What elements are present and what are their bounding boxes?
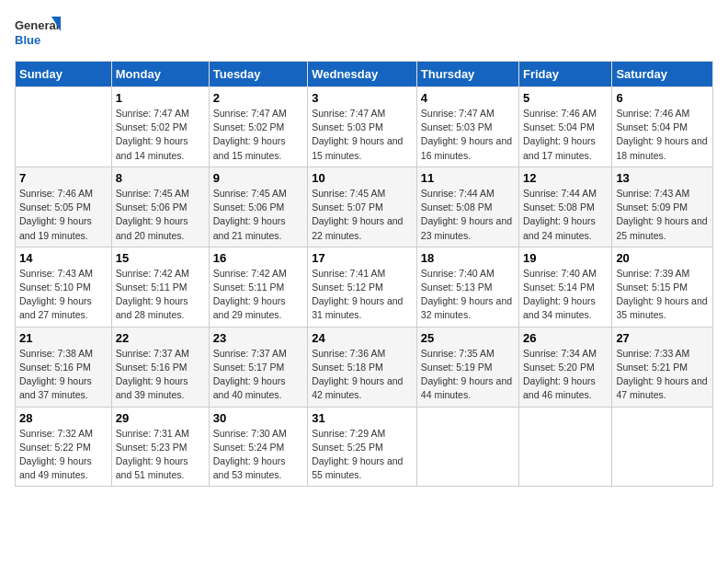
day-number: 18 [421,251,515,265]
day-info: Sunrise: 7:46 AMSunset: 5:04 PMDaylight:… [523,108,597,161]
day-number: 16 [213,251,303,265]
logo: General Blue [15,15,61,53]
calendar-cell: 14 Sunrise: 7:43 AMSunset: 5:10 PMDaylig… [16,247,112,327]
day-number: 24 [312,331,413,345]
day-info: Sunrise: 7:45 AMSunset: 5:07 PMDaylight:… [312,188,403,241]
day-number: 10 [312,171,413,185]
day-info: Sunrise: 7:46 AMSunset: 5:05 PMDaylight:… [19,188,93,241]
calendar-cell: 5 Sunrise: 7:46 AMSunset: 5:04 PMDayligh… [519,87,612,167]
header-day: Saturday [612,62,713,87]
day-info: Sunrise: 7:43 AMSunset: 5:10 PMDaylight:… [19,268,93,321]
day-number: 27 [616,331,709,345]
header: General Blue [15,15,713,53]
header-day: Friday [519,62,612,87]
header-day: Thursday [416,62,518,87]
calendar-week-row: 21 Sunrise: 7:38 AMSunset: 5:16 PMDaylig… [16,327,713,407]
day-info: Sunrise: 7:40 AMSunset: 5:13 PMDaylight:… [421,268,512,321]
day-number: 2 [213,91,303,105]
day-number: 3 [312,91,413,105]
calendar-week-row: 14 Sunrise: 7:43 AMSunset: 5:10 PMDaylig… [16,247,713,327]
day-number: 17 [312,251,413,265]
day-number: 15 [116,251,205,265]
calendar-cell: 30 Sunrise: 7:30 AMSunset: 5:24 PMDaylig… [209,407,307,487]
calendar-cell: 11 Sunrise: 7:44 AMSunset: 5:08 PMDaylig… [416,167,518,247]
calendar-cell: 1 Sunrise: 7:47 AMSunset: 5:02 PMDayligh… [111,87,209,167]
day-number: 1 [116,91,205,105]
day-info: Sunrise: 7:47 AMSunset: 5:03 PMDaylight:… [421,108,512,161]
day-number: 13 [616,171,709,185]
calendar-cell: 2 Sunrise: 7:47 AMSunset: 5:02 PMDayligh… [209,87,307,167]
day-number: 23 [213,331,303,345]
logo-svg: General Blue [15,15,61,53]
day-number: 6 [616,91,709,105]
calendar-cell [16,87,112,167]
calendar-cell: 12 Sunrise: 7:44 AMSunset: 5:08 PMDaylig… [519,167,612,247]
calendar-cell: 25 Sunrise: 7:35 AMSunset: 5:19 PMDaylig… [416,327,518,407]
day-number: 25 [421,331,515,345]
day-info: Sunrise: 7:44 AMSunset: 5:08 PMDaylight:… [523,188,597,241]
day-number: 12 [523,171,608,185]
day-info: Sunrise: 7:33 AMSunset: 5:21 PMDaylight:… [616,348,707,401]
day-info: Sunrise: 7:35 AMSunset: 5:19 PMDaylight:… [421,348,512,401]
calendar-cell: 24 Sunrise: 7:36 AMSunset: 5:18 PMDaylig… [308,327,417,407]
svg-text:Blue: Blue [15,33,40,47]
day-info: Sunrise: 7:29 AMSunset: 5:25 PMDaylight:… [312,428,403,481]
day-info: Sunrise: 7:42 AMSunset: 5:11 PMDaylight:… [116,268,189,321]
calendar-cell: 28 Sunrise: 7:32 AMSunset: 5:22 PMDaylig… [16,407,112,487]
calendar-cell: 17 Sunrise: 7:41 AMSunset: 5:12 PMDaylig… [308,247,417,327]
day-info: Sunrise: 7:45 AMSunset: 5:06 PMDaylight:… [213,188,287,241]
day-info: Sunrise: 7:38 AMSunset: 5:16 PMDaylight:… [19,348,93,401]
day-number: 4 [421,91,515,105]
day-number: 14 [19,251,108,265]
day-info: Sunrise: 7:32 AMSunset: 5:22 PMDaylight:… [19,428,93,481]
calendar-cell: 8 Sunrise: 7:45 AMSunset: 5:06 PMDayligh… [111,167,209,247]
calendar-cell: 10 Sunrise: 7:45 AMSunset: 5:07 PMDaylig… [308,167,417,247]
day-info: Sunrise: 7:47 AMSunset: 5:03 PMDaylight:… [312,108,403,161]
day-number: 21 [19,331,108,345]
day-number: 19 [523,251,608,265]
day-info: Sunrise: 7:47 AMSunset: 5:02 PMDaylight:… [116,108,189,161]
calendar-cell: 26 Sunrise: 7:34 AMSunset: 5:20 PMDaylig… [519,327,612,407]
day-number: 7 [19,171,108,185]
day-info: Sunrise: 7:30 AMSunset: 5:24 PMDaylight:… [213,428,287,481]
day-info: Sunrise: 7:43 AMSunset: 5:09 PMDaylight:… [616,188,707,241]
day-info: Sunrise: 7:31 AMSunset: 5:23 PMDaylight:… [116,428,189,481]
day-number: 9 [213,171,303,185]
calendar-cell: 6 Sunrise: 7:46 AMSunset: 5:04 PMDayligh… [612,87,713,167]
calendar-cell: 27 Sunrise: 7:33 AMSunset: 5:21 PMDaylig… [612,327,713,407]
day-info: Sunrise: 7:34 AMSunset: 5:20 PMDaylight:… [523,348,597,401]
calendar-week-row: 28 Sunrise: 7:32 AMSunset: 5:22 PMDaylig… [16,407,713,487]
day-number: 28 [19,411,108,425]
day-info: Sunrise: 7:36 AMSunset: 5:18 PMDaylight:… [312,348,403,401]
calendar-cell: 18 Sunrise: 7:40 AMSunset: 5:13 PMDaylig… [416,247,518,327]
calendar-cell: 16 Sunrise: 7:42 AMSunset: 5:11 PMDaylig… [209,247,307,327]
day-info: Sunrise: 7:45 AMSunset: 5:06 PMDaylight:… [116,188,189,241]
day-info: Sunrise: 7:40 AMSunset: 5:14 PMDaylight:… [523,268,597,321]
calendar-cell: 19 Sunrise: 7:40 AMSunset: 5:14 PMDaylig… [519,247,612,327]
day-info: Sunrise: 7:39 AMSunset: 5:15 PMDaylight:… [616,268,707,321]
calendar-cell: 31 Sunrise: 7:29 AMSunset: 5:25 PMDaylig… [308,407,417,487]
svg-text:General: General [15,18,59,32]
calendar-cell: 15 Sunrise: 7:42 AMSunset: 5:11 PMDaylig… [111,247,209,327]
day-info: Sunrise: 7:44 AMSunset: 5:08 PMDaylight:… [421,188,512,241]
calendar-week-row: 7 Sunrise: 7:46 AMSunset: 5:05 PMDayligh… [16,167,713,247]
day-number: 26 [523,331,608,345]
calendar-cell [416,407,518,487]
day-number: 5 [523,91,608,105]
calendar-cell: 22 Sunrise: 7:37 AMSunset: 5:16 PMDaylig… [111,327,209,407]
calendar-cell: 21 Sunrise: 7:38 AMSunset: 5:16 PMDaylig… [16,327,112,407]
day-number: 20 [616,251,709,265]
calendar-cell: 7 Sunrise: 7:46 AMSunset: 5:05 PMDayligh… [16,167,112,247]
calendar-week-row: 1 Sunrise: 7:47 AMSunset: 5:02 PMDayligh… [16,87,713,167]
calendar-table: SundayMondayTuesdayWednesdayThursdayFrid… [15,61,713,487]
day-number: 29 [116,411,205,425]
day-number: 11 [421,171,515,185]
header-day: Monday [111,62,209,87]
calendar-cell: 4 Sunrise: 7:47 AMSunset: 5:03 PMDayligh… [416,87,518,167]
day-number: 22 [116,331,205,345]
calendar-cell: 9 Sunrise: 7:45 AMSunset: 5:06 PMDayligh… [209,167,307,247]
calendar-cell: 13 Sunrise: 7:43 AMSunset: 5:09 PMDaylig… [612,167,713,247]
day-number: 31 [312,411,413,425]
day-info: Sunrise: 7:37 AMSunset: 5:17 PMDaylight:… [213,348,287,401]
calendar-cell: 3 Sunrise: 7:47 AMSunset: 5:03 PMDayligh… [308,87,417,167]
